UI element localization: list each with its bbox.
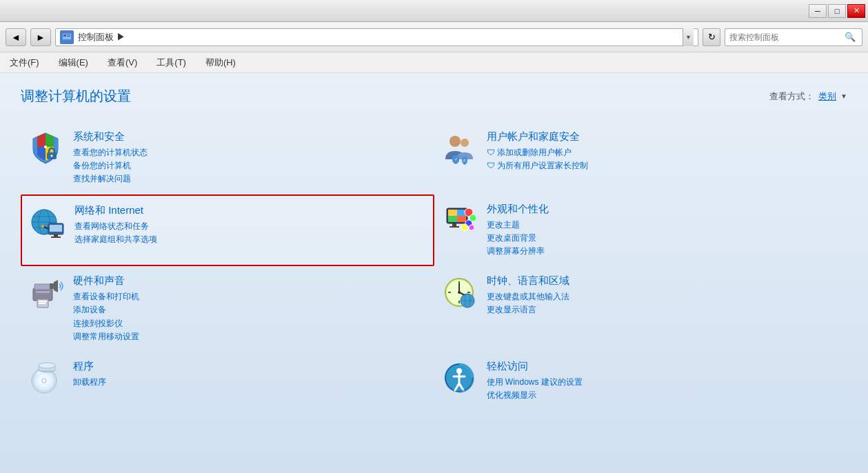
item-network-internet: 网络和 Internet 查看网络状态和任务 选择家庭组和共享选项 <box>21 194 434 267</box>
link-optimize-video[interactable]: 优化视频显示 <box>487 389 841 402</box>
title-bar: ─ □ ✕ <box>0 0 868 22</box>
link-devices-printers[interactable]: 查看设备和打印机 <box>73 290 427 303</box>
text-appearance: 外观和个性化 更改主题 更改桌面背景 调整屏幕分辨率 <box>487 203 841 259</box>
icon-programs <box>28 360 63 396</box>
link-homegroup[interactable]: 选择家庭组和共享选项 <box>74 233 426 246</box>
view-mode-arrow: ▼ <box>840 92 847 100</box>
address-bar[interactable]: 控制面板 ▶ ▼ <box>55 28 698 46</box>
icon-network-internet <box>29 204 65 240</box>
icon-appearance <box>441 203 477 239</box>
address-path: 控制面板 ▶ <box>78 31 683 43</box>
refresh-button[interactable]: ↻ <box>703 28 720 46</box>
svg-rect-27 <box>448 216 457 222</box>
text-programs: 程序 卸载程序 <box>73 360 427 389</box>
link-desktop-bg[interactable]: 更改桌面背景 <box>487 232 841 245</box>
menu-edit[interactable]: 编辑(E) <box>56 55 91 70</box>
link-windows-recommendations[interactable]: 使用 Windows 建议的设置 <box>487 376 841 389</box>
svg-rect-40 <box>39 301 47 302</box>
svg-point-34 <box>461 224 468 231</box>
svg-rect-2 <box>63 34 66 37</box>
icon-user-accounts: ✓ P <box>441 130 477 166</box>
svg-rect-41 <box>39 303 46 304</box>
svg-point-61 <box>39 363 55 368</box>
close-button[interactable]: ✕ <box>847 4 865 18</box>
text-clock-language: 时钟、语言和区域 更改键盘或其他输入法 更改显示语言 <box>487 274 841 316</box>
menu-bar: 文件(F) 编辑(E) 查看(V) 工具(T) 帮助(H) <box>0 52 868 73</box>
link-uninstall[interactable]: 卸载程序 <box>73 376 427 389</box>
title-clock-language[interactable]: 时钟、语言和区域 <box>487 274 841 288</box>
icon-system-security <box>28 130 63 166</box>
item-hardware-sound: 硬件和声音 查看设备和打印机 添加设备 连接到投影仪 调整常用移动设置 <box>21 266 434 352</box>
svg-point-7 <box>51 155 53 157</box>
svg-point-5 <box>44 145 47 148</box>
menu-view[interactable]: 查看(V) <box>105 55 140 70</box>
title-appearance[interactable]: 外观和个性化 <box>487 203 841 216</box>
title-hardware-sound[interactable]: 硬件和声音 <box>73 274 427 288</box>
svg-rect-19 <box>54 234 58 236</box>
svg-rect-30 <box>450 226 459 228</box>
search-input[interactable] <box>729 32 842 42</box>
page-title: 调整计算机的设置 <box>21 87 131 105</box>
text-system-security: 系统和安全 查看您的计算机状态 备份您的计算机 查找并解决问题 <box>73 130 427 186</box>
title-network-internet[interactable]: 网络和 Internet <box>74 204 426 217</box>
link-add-device[interactable]: 添加设备 <box>73 303 427 316</box>
back-button[interactable]: ◄ <box>6 28 26 46</box>
view-mode-value[interactable]: 类别 <box>818 90 836 103</box>
address-icon <box>60 30 74 44</box>
title-system-security[interactable]: 系统和安全 <box>73 130 427 143</box>
svg-rect-20 <box>51 236 61 238</box>
menu-file[interactable]: 文件(F) <box>7 55 42 70</box>
view-mode-selector[interactable]: 查看方式： 类别 ▼ <box>769 90 847 103</box>
svg-rect-36 <box>33 288 52 301</box>
link-display-language[interactable]: 更改显示语言 <box>487 303 841 316</box>
title-user-accounts[interactable]: 用户帐户和家庭安全 <box>487 130 841 143</box>
maximize-button[interactable]: □ <box>828 4 846 18</box>
item-programs: 程序 卸载程序 <box>21 352 434 410</box>
view-mode-label: 查看方式： <box>769 90 814 103</box>
svg-rect-18 <box>50 225 62 232</box>
item-system-security: 系统和安全 查看您的计算机状态 备份您的计算机 查找并解决问题 <box>21 122 434 194</box>
main-content: 调整计算机的设置 查看方式： 类别 ▼ <box>0 73 868 473</box>
svg-point-8 <box>450 136 461 147</box>
content-header: 调整计算机的设置 查看方式： 类别 ▼ <box>21 87 847 105</box>
title-programs[interactable]: 程序 <box>73 360 427 373</box>
address-dropdown-arrow[interactable]: ▼ <box>683 28 694 46</box>
link-check-status[interactable]: 查看您的计算机状态 <box>73 146 427 159</box>
menu-tools[interactable]: 工具(T) <box>154 55 189 70</box>
item-clock-language: 时钟、语言和区域 更改键盘或其他输入法 更改显示语言 <box>434 266 848 352</box>
item-user-accounts: ✓ P 用户帐户和家庭安全 🛡 添加或删除用户帐户 🛡 为所有用户设置家长控制 <box>434 122 848 194</box>
forward-button[interactable]: ► <box>30 28 51 46</box>
svg-text:✓: ✓ <box>454 157 457 161</box>
link-network-status[interactable]: 查看网络状态和任务 <box>74 220 426 233</box>
item-accessibility: 轻松访问 使用 Windows 建议的设置 优化视频显示 <box>434 352 848 410</box>
svg-point-35 <box>469 225 474 230</box>
svg-point-58 <box>42 379 46 383</box>
icon-accessibility <box>441 360 477 396</box>
link-parental-controls[interactable]: 🛡 为所有用户设置家长控制 <box>487 159 841 172</box>
text-hardware-sound: 硬件和声音 查看设备和打印机 添加设备 连接到投影仪 调整常用移动设置 <box>73 274 427 343</box>
svg-rect-38 <box>34 284 51 290</box>
link-keyboard-input[interactable]: 更改键盘或其他输入法 <box>487 290 841 303</box>
svg-rect-3 <box>67 34 70 35</box>
link-screen-resolution[interactable]: 调整屏幕分辨率 <box>487 245 841 258</box>
minimize-button[interactable]: ─ <box>809 4 827 18</box>
search-bar[interactable]: 🔍 <box>725 28 862 46</box>
text-user-accounts: 用户帐户和家庭安全 🛡 添加或删除用户帐户 🛡 为所有用户设置家长控制 <box>487 130 841 172</box>
svg-rect-42 <box>50 283 54 289</box>
text-accessibility: 轻松访问 使用 Windows 建议的设置 优化视频显示 <box>487 360 841 402</box>
link-mobile-settings[interactable]: 调整常用移动设置 <box>73 330 427 343</box>
link-projector[interactable]: 连接到投影仪 <box>73 317 427 330</box>
link-backup[interactable]: 备份您的计算机 <box>73 159 427 172</box>
toolbar: ◄ ► 控制面板 ▶ ▼ ↻ 🔍 <box>0 22 868 52</box>
menu-help[interactable]: 帮助(H) <box>203 55 239 70</box>
svg-point-51 <box>458 291 461 294</box>
svg-point-22 <box>41 225 44 228</box>
search-icon[interactable]: 🔍 <box>842 30 858 45</box>
svg-rect-4 <box>67 36 70 37</box>
title-accessibility[interactable]: 轻松访问 <box>487 360 841 373</box>
control-panel-grid: 系统和安全 查看您的计算机状态 备份您的计算机 查找并解决问题 ✓ <box>21 122 847 410</box>
icon-clock-language <box>441 274 477 310</box>
link-change-theme[interactable]: 更改主题 <box>487 219 841 232</box>
link-add-remove-users[interactable]: 🛡 添加或删除用户帐户 <box>487 146 841 159</box>
link-troubleshoot[interactable]: 查找并解决问题 <box>73 172 427 185</box>
